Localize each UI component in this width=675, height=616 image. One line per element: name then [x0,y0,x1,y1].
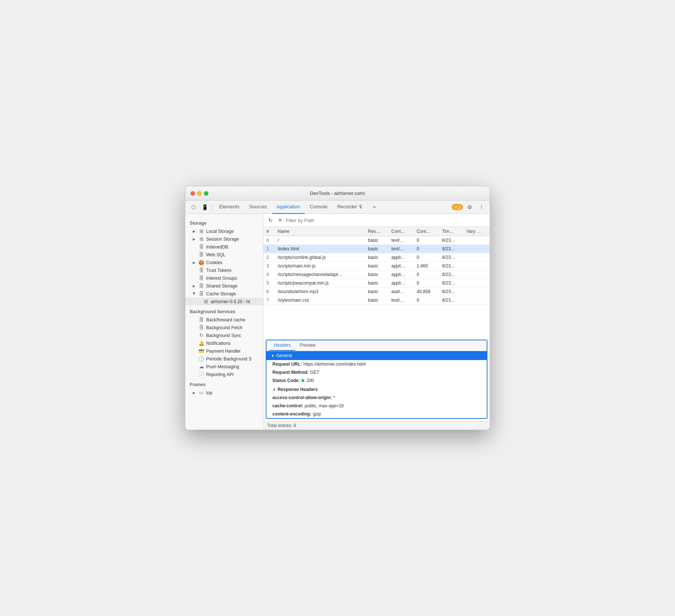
table-row[interactable]: 6 /sounds/airhorn.mp3 basic audi… 40,858… [263,288,490,296]
cell-response: basic [365,253,388,262]
top-frame-icon: ▭ [198,390,204,395]
more-options-icon[interactable]: ⋮ [476,202,487,212]
sidebar-item-cache-storage[interactable]: ▶ 🗄 Cache Storage [185,290,263,298]
cell-content-length: 0 [414,270,439,279]
header-cc-value: public, max-age=10 [305,403,344,408]
sidebar-item-reporting-api[interactable]: ▶ 📄 Reporting API [185,370,263,378]
sidebar-item-top[interactable]: ▶ ▭ top [185,389,263,397]
table-row[interactable]: 3 /scripts/main.min.js basic appli… 1,46… [263,262,490,270]
tab-sources[interactable]: Sources [244,200,271,214]
response-headers-section[interactable]: ▼ Response Headers [266,385,487,394]
table-row[interactable]: 5 /scripts/pwacompat.min.js basic appli…… [263,279,490,288]
col-num: # [263,227,275,236]
header-cc-label: cache-control: [272,403,303,408]
sidebar-item-web-sql[interactable]: ▶ 🗄 Web SQL [185,251,263,259]
sidebar-item-notifications[interactable]: ▶ 🔔 Notifications [185,339,263,347]
cell-num: 3 [263,262,275,270]
session-storage-icon: ⊞ [198,236,204,242]
tab-console[interactable]: Console [305,200,332,214]
cursor-icon[interactable]: ⬡ [188,202,199,212]
header-acao-label: access-control-allow-origin: [272,395,332,400]
sidebar-item-label: Session Storage [206,237,239,242]
details-tabs: Headers Preview [266,340,487,351]
table-row[interactable]: 1 /index.html basic text/… 0 8/23… [263,245,490,253]
header-acao-row: access-control-allow-origin: * [266,394,487,402]
maximize-button[interactable] [204,191,208,196]
cell-num: 6 [263,288,275,296]
trust-tokens-icon: 🗄 [198,267,204,273]
sidebar-item-interest-groups[interactable]: ▶ 🗄 Interest Groups [185,274,263,282]
sidebar-item-cache-entry[interactable]: ▶ ⊞ airhorner-0.6.20 - ht [185,298,263,305]
sidebar: Storage ▶ ⊞ Local Storage ▶ ⊞ Session St… [185,214,263,430]
sidebar-item-trust-tokens[interactable]: ▶ 🗄 Trust Tokens [185,266,263,274]
tab-more[interactable]: » [368,200,380,214]
sidebar-item-indexed-db[interactable]: ▶ 🗄 IndexedDB [185,243,263,251]
cell-time: 8/23… [439,270,464,279]
request-method-value: GET [310,370,319,375]
cell-name: /index.html [275,245,365,253]
sidebar-item-label: IndexedDB [206,244,228,250]
table-row[interactable]: 0 / basic text/… 0 8/23… [263,236,490,245]
status-bar: Total entries: 8 [263,421,490,430]
web-sql-icon: 🗄 [198,252,204,257]
sidebar-item-periodic-background[interactable]: ▶ 🕐 Periodic Background S [185,355,263,363]
tab-preview[interactable]: Preview [295,340,320,351]
minimize-button[interactable] [197,191,202,196]
background-fetch-icon: 🗄 [198,325,204,330]
cell-name: / [275,236,365,245]
sidebar-item-local-storage[interactable]: ▶ ⊞ Local Storage [185,227,263,235]
cell-time: 8/23… [439,288,464,296]
sidebar-item-background-fetch[interactable]: ▶ 🗄 Background Fetch [185,324,263,331]
sidebar-item-push-messaging[interactable]: ▶ ☁ Push Messaging [185,363,263,370]
cell-time: 8/23… [439,279,464,288]
sidebar-item-label: Cookies [206,260,222,265]
sidebar-item-session-storage[interactable]: ▶ ⊞ Session Storage [185,235,263,243]
tab-headers[interactable]: Headers [269,340,295,351]
sidebar-item-label: top [206,390,212,395]
sidebar-item-label: Back/forward cache [206,317,245,323]
cell-content-length: 0 [414,296,439,305]
content-area: ↻ ✕ # Name Res… Cont… Cont… Tim… [263,214,490,430]
table-row[interactable]: 7 /styles/main.css basic text/… 0 8/23… [263,296,490,305]
sidebar-item-cookies[interactable]: ▶ 🍪 Cookies [185,259,263,266]
table-header-row: # Name Res… Cont… Cont… Tim… Vary … [263,227,490,236]
cell-content-length: 0 [414,236,439,245]
sidebar-item-label: Web SQL [206,252,225,257]
general-section-header[interactable]: ▼ General [266,351,487,360]
tab-elements[interactable]: Elements [215,200,244,214]
table-row[interactable]: 2 /scripts/comlink.global.js basic appli… [263,253,490,262]
sidebar-item-back-forward[interactable]: ▶ 🗄 Back/forward cache [185,316,263,324]
filter-bar: ↻ ✕ [263,214,490,227]
filter-input[interactable] [286,218,487,223]
header-acao-value: * [333,395,335,400]
tab-application[interactable]: Application [272,200,305,214]
cell-content-type: audi… [388,288,414,296]
clear-button[interactable]: ✕ [276,216,284,224]
device-icon[interactable]: 📱 [199,202,210,212]
settings-icon[interactable]: ⚙ [464,202,475,212]
sidebar-item-label: Cache Storage [206,291,236,296]
sidebar-item-shared-storage[interactable]: ▶ 🗄 Shared Storage [185,282,263,290]
cell-num: 5 [263,279,275,288]
tab-recorder[interactable]: Recorder 🎙 [333,200,368,214]
sidebar-item-payment-handler[interactable]: ▶ 💳 Payment Handler [185,347,263,355]
window-title: DevTools - airhorner.com/ [310,190,365,196]
warning-icon: ⚠ [454,205,458,209]
header-ce-row: content-encoding: gzip [266,410,487,418]
col-time: Tim… [439,227,464,236]
close-button[interactable] [191,191,195,196]
notifications-icon: 🔔 [198,340,204,346]
table-row[interactable]: 4 /scripts/messagechanneladapt… basic ap… [263,270,490,279]
sidebar-item-background-sync[interactable]: ▶ ↻ Background Sync [185,331,263,339]
cell-vary [464,236,490,245]
warning-badge[interactable]: ⚠ 2 [452,204,463,210]
details-content: ▼ General Request URL: https://airhorner… [266,351,487,418]
sidebar-item-label: Background Sync [206,333,241,338]
status-text: Total entries: 8 [267,423,296,428]
refresh-button[interactable]: ↻ [266,216,275,224]
general-label: General [276,353,292,358]
response-headers-arrow: ▼ [272,388,276,392]
col-content-length: Cont… [414,227,439,236]
request-method-label: Request Method: [272,370,308,375]
cell-response: basic [365,270,388,279]
